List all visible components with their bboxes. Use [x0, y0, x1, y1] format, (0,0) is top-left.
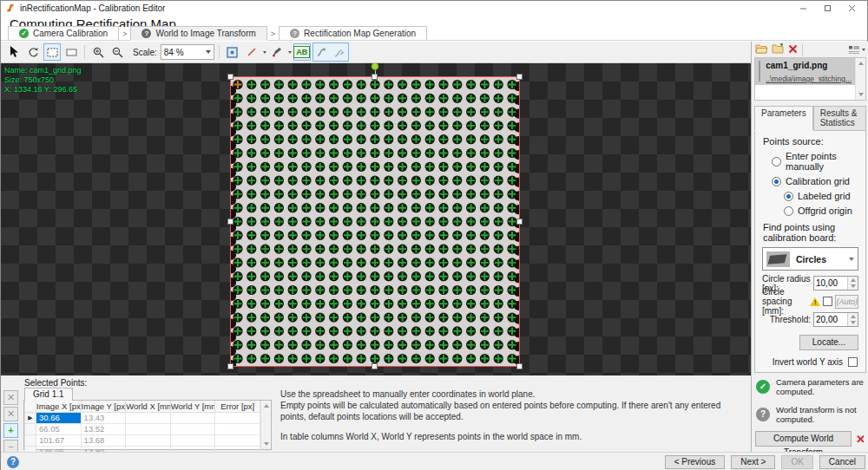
compute-world-transform-button[interactable]: Compute World Transform: [755, 431, 852, 447]
column-header[interactable]: Image Y [px]: [81, 401, 126, 412]
table-cell[interactable]: [126, 434, 171, 446]
spline-tool[interactable]: [313, 43, 331, 61]
table-row[interactable]: 101.6713.68: [25, 434, 260, 446]
table-cell[interactable]: [170, 434, 215, 446]
invert-world-y-label: Invert world Y axis: [773, 357, 843, 367]
open-file-button[interactable]: [755, 43, 768, 55]
zoom-in-tool[interactable]: [89, 43, 107, 61]
table-cell[interactable]: [126, 412, 171, 423]
zoom-out-tool[interactable]: [108, 43, 126, 61]
labels-toggle[interactable]: AB: [293, 43, 311, 61]
resize-handle-nw[interactable]: [227, 74, 233, 80]
radio-button-icon[interactable]: [784, 192, 793, 201]
table-cell[interactable]: 66.05: [36, 423, 82, 434]
column-header[interactable]: World Y [mm]: [170, 401, 215, 412]
pan-tool[interactable]: [24, 43, 42, 61]
close-button[interactable]: [839, 2, 864, 16]
table-cell[interactable]: 13.68: [81, 434, 126, 446]
resize-handle-s[interactable]: [372, 363, 378, 369]
grid-tab[interactable]: Grid 1.1: [24, 388, 73, 401]
circle-spacing-label: Circle spacing [mm]:: [762, 287, 807, 316]
wizard-tab-rectification-map-generation[interactable]: ?Rectification Map Generation: [279, 26, 427, 40]
wizard-tab-camera-calibration[interactable]: ✓Camera Calibration: [8, 26, 119, 40]
radio-button-icon[interactable]: [784, 206, 793, 216]
measure-tool[interactable]: [243, 43, 260, 61]
maximize-button[interactable]: [815, 2, 839, 16]
resize-handle-se[interactable]: [516, 363, 523, 369]
file-list-scrollbar[interactable]: [855, 58, 865, 100]
resize-handle-ne[interactable]: [516, 74, 523, 80]
table-cell[interactable]: 13.43: [81, 412, 126, 423]
table-row[interactable]: 66.0513.52: [25, 423, 260, 434]
table-cell[interactable]: [215, 412, 260, 423]
table-cell[interactable]: 13.52: [81, 423, 126, 434]
circle-radius-input[interactable]: [814, 277, 847, 290]
file-list-item[interactable]: cam1_grid.png ..\media\image_stitching..…: [755, 58, 855, 85]
ok-button[interactable]: OK: [781, 455, 812, 469]
question-icon: ?: [141, 29, 151, 38]
wizard-tab-world-to-image-transform[interactable]: ?World to Image Transform: [130, 26, 266, 40]
spinner-buttons[interactable]: [847, 277, 858, 290]
rect-select-tool[interactable]: [43, 43, 61, 61]
spinner-buttons[interactable]: [847, 313, 858, 326]
radio-labeled-grid[interactable]: Labeled grid: [784, 191, 863, 201]
table-cell[interactable]: [126, 423, 171, 434]
column-header[interactable]: Error [px]: [215, 401, 260, 412]
add-point-button[interactable]: +: [3, 423, 18, 438]
resize-handle-e[interactable]: [516, 219, 523, 225]
table-cell[interactable]: 30.66: [36, 412, 82, 423]
table-cell[interactable]: [170, 423, 215, 434]
view-options-button[interactable]: [849, 46, 865, 54]
chevron-down-icon[interactable]: [288, 51, 292, 54]
table-cell[interactable]: [215, 423, 260, 434]
tab-results-statistics[interactable]: Results & Statistics: [813, 106, 866, 130]
cancel-button[interactable]: Cancel: [819, 455, 865, 469]
radio-offgrid-origin[interactable]: Offgrid origin: [784, 206, 863, 216]
table-cell[interactable]: [170, 412, 215, 423]
image-canvas[interactable]: Name: cam1_grid.png Size: 750x750 X: 133…: [1, 63, 751, 375]
add-file-button[interactable]: [772, 43, 785, 55]
next-button[interactable]: Next >: [731, 455, 775, 469]
remove-file-button[interactable]: [788, 44, 798, 55]
scroll-down-icon[interactable]: [261, 439, 272, 449]
check-icon: ✓: [756, 380, 770, 394]
select-cursor-tool[interactable]: [5, 43, 23, 61]
radio-enter-points-manually[interactable]: Enter points manually: [772, 151, 863, 172]
fit-view-tool[interactable]: [224, 43, 241, 61]
invert-world-y-checkbox[interactable]: [848, 357, 858, 367]
radio-button-icon[interactable]: [772, 157, 781, 166]
resize-handle-sw[interactable]: [227, 363, 233, 369]
chevron-down-icon[interactable]: [263, 51, 266, 54]
rectangle-tool[interactable]: [62, 43, 80, 61]
calibration-image[interactable]: [231, 77, 519, 366]
tab-parameters[interactable]: Parameters: [754, 106, 813, 130]
annotate-pen-tool[interactable]: [268, 43, 286, 61]
scale-combobox[interactable]: 84 %: [161, 44, 214, 60]
file-path-link[interactable]: ..\media\image_stitching...: [766, 75, 852, 83]
points-table[interactable]: Image X [px]Image Y [px]World X [mm]Worl…: [24, 401, 260, 458]
column-header[interactable]: Image X [px]: [36, 401, 82, 412]
table-cell[interactable]: 101.67: [36, 434, 82, 446]
radio-button-icon[interactable]: [772, 177, 781, 186]
table-cell[interactable]: [215, 434, 260, 446]
circle-spacing-checkbox[interactable]: [823, 297, 832, 306]
help-icon[interactable]: ?: [7, 456, 19, 468]
scroll-down-icon[interactable]: [856, 89, 866, 100]
threshold-input[interactable]: [814, 313, 847, 326]
previous-button[interactable]: < Previous: [665, 455, 726, 469]
table-scrollbar[interactable]: [260, 401, 271, 449]
rotation-handle[interactable]: [372, 63, 379, 70]
radio-calibration-grid[interactable]: Calibration grid: [772, 176, 863, 186]
resize-handle-w[interactable]: [227, 219, 233, 225]
board-type-combobox[interactable]: Circles: [762, 247, 858, 271]
locate-button[interactable]: Locate...: [799, 335, 858, 350]
column-header[interactable]: World X [mm]: [126, 401, 171, 412]
delete-all-points-button[interactable]: ✕: [3, 407, 18, 421]
toolbar-separator: [802, 44, 803, 55]
scroll-up-icon[interactable]: [856, 58, 866, 69]
table-row[interactable]: ▶30.6613.43: [25, 412, 260, 423]
curve-edit-tool[interactable]: [331, 43, 348, 61]
scroll-up-icon[interactable]: [261, 401, 272, 411]
delete-point-button[interactable]: ✕: [3, 390, 18, 405]
minimize-button[interactable]: [791, 2, 815, 16]
